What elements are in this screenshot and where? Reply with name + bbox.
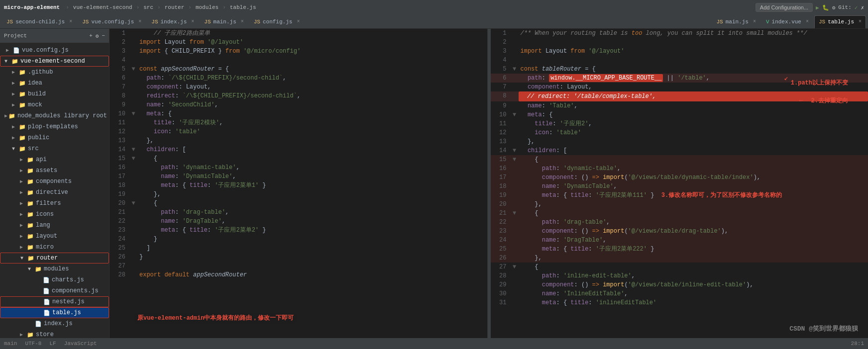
sidebar-item-store[interactable]: ▶ 📁 store xyxy=(0,329,109,338)
folder-icon: 📁 xyxy=(19,146,26,152)
tab-close-table-js[interactable]: × xyxy=(859,19,862,24)
arrow-icon: ▶ xyxy=(20,233,26,239)
folder-icon: 📁 xyxy=(27,189,34,196)
tab-close-config-js[interactable]: × xyxy=(297,19,300,24)
main-area: Project + ⚙ − ▶ 📄 vue.config.js ▼ 📁 vue-… xyxy=(0,29,868,338)
tab-label-table-js: table.js xyxy=(828,19,854,25)
code-line: 20 ▼ { xyxy=(109,199,487,208)
sidebar-item-nested-js[interactable]: 📄 nested.js xyxy=(0,296,109,307)
sidebar-item-idea[interactable]: ▶ 📁 idea xyxy=(0,78,109,88)
breadcrumb-sep-1: › xyxy=(66,4,69,10)
arrow-icon: ▶ xyxy=(20,200,26,206)
sidebar-label: idea xyxy=(28,80,42,87)
sidebar-label: modules xyxy=(44,265,69,272)
sidebar-item-build[interactable]: ▶ 📁 build xyxy=(0,88,109,99)
sidebar-item-directive[interactable]: ▶ 📁 directive xyxy=(0,187,109,198)
code-line: 20 }, xyxy=(491,200,868,209)
code-line: 24 name: 'DragTable', xyxy=(491,236,868,245)
sidebar-item-modules[interactable]: ▼ 📁 modules xyxy=(0,263,109,274)
folder-icon: 📁 xyxy=(27,244,34,251)
sidebar-item-components-js[interactable]: 📄 components.js xyxy=(0,285,109,296)
code-line: 21 ▼ { xyxy=(491,209,868,218)
code-line: 24 } xyxy=(109,235,487,244)
status-line: LF xyxy=(49,341,56,347)
sidebar-item-micro[interactable]: ▶ 📁 micro xyxy=(0,242,109,253)
sidebar-label-router: router xyxy=(36,255,58,262)
sidebar-item-vue-element-second[interactable]: ▼ 📁 vue-element-second xyxy=(0,56,109,67)
right-code-body[interactable]: 1 /** When your routing table is too lon… xyxy=(491,29,868,338)
arrow-icon: ▶ xyxy=(12,69,18,75)
sidebar-item-charts-js[interactable]: 📄 charts.js xyxy=(0,274,109,285)
tab-close-main-js-r[interactable]: × xyxy=(753,19,756,24)
sidebar-item-filters[interactable]: ▶ 📁 filters xyxy=(0,198,109,209)
sidebar-item-components[interactable]: ▶ 📁 components xyxy=(0,176,109,187)
sidebar-item-index-js-router[interactable]: 📄 index.js xyxy=(0,318,109,329)
sidebar-item-vue-config-top[interactable]: ▶ 📄 vue.config.js xyxy=(0,45,109,56)
code-line: 15 ▼ { xyxy=(109,154,487,163)
arrow-expanded-icon: ▼ xyxy=(28,266,34,272)
tab-close-vue-config[interactable]: × xyxy=(138,19,141,24)
tab-main-js-right[interactable]: JS main.js × xyxy=(712,15,760,28)
settings-icon[interactable]: ⚙ xyxy=(96,33,99,39)
code-line: 18 name: 'DynamicTable', xyxy=(491,182,868,191)
arrow-icon: ▶ xyxy=(20,211,26,217)
tab-index-js[interactable]: JS index.js × xyxy=(147,15,199,28)
sidebar: Project + ⚙ − ▶ 📄 vue.config.js ▼ 📁 vue-… xyxy=(0,29,109,338)
code-line: 12 icon: 'table' xyxy=(491,128,868,137)
minus-icon[interactable]: − xyxy=(102,33,105,39)
code-line: 15 ▼ { xyxy=(491,155,868,164)
sidebar-item-public[interactable]: ▶ 📁 public xyxy=(0,132,109,143)
sidebar-item-assets[interactable]: ▶ 📁 assets xyxy=(0,165,109,176)
tab-close-index-js[interactable]: × xyxy=(191,19,194,24)
add-icon[interactable]: + xyxy=(89,33,93,39)
code-line: 16 path: 'dynamic-table', xyxy=(109,163,487,172)
left-code-body[interactable]: 1 // 子应用2路由菜单 2 import Layout from '@/la… xyxy=(109,29,487,338)
sidebar-label: directive xyxy=(36,189,68,196)
tab-main-js[interactable]: JS main.js × xyxy=(200,15,248,28)
file-js-icon: 📄 xyxy=(43,277,50,283)
sidebar-item-icons[interactable]: ▶ 📁 icons xyxy=(0,209,109,220)
sidebar-label: components xyxy=(36,178,72,185)
folder-icon: 📁 xyxy=(19,124,26,130)
sidebar-item-lang[interactable]: ▶ 📁 lang xyxy=(0,220,109,231)
tab-second-child[interactable]: JS second-child.js × xyxy=(2,15,77,28)
tab-table-js[interactable]: JS table.js × xyxy=(814,15,866,28)
sidebar-item-node-modules[interactable]: ▶ 📁 node_modules library root xyxy=(0,110,109,121)
sidebar-label: build xyxy=(28,90,46,97)
tab-index-vue[interactable]: V index.vue × xyxy=(761,15,813,28)
tab-label-vue-config: vue.config.js xyxy=(91,19,134,25)
folder-icon: 📁 xyxy=(11,58,18,65)
folder-icon: 📁 xyxy=(27,168,34,174)
tab-close-second-child[interactable]: × xyxy=(69,19,72,24)
right-panel-wrapper: 1 /** When your routing table is too lon… xyxy=(491,29,868,338)
tabbar: JS second-child.js × JS vue.config.js × … xyxy=(0,15,868,29)
tab-config-js[interactable]: JS config.js × xyxy=(249,15,305,28)
tab-vue-config[interactable]: JS vue.config.js × xyxy=(78,15,146,28)
sidebar-item-api[interactable]: ▶ 📁 api xyxy=(0,154,109,165)
bottom-bar: main UTF-8 LF JavaScript 28:1 xyxy=(0,338,868,349)
sidebar-item-plop[interactable]: ▶ 📁 plop-templates xyxy=(0,121,109,132)
build-icon: ⚙ xyxy=(832,4,836,11)
tab-close-index-vue[interactable]: × xyxy=(806,19,809,24)
code-line: 26 }, xyxy=(491,254,868,262)
file-js-icon: 📄 xyxy=(43,299,50,305)
breadcrumb-sep-3: › xyxy=(157,4,161,10)
project-label: Project xyxy=(4,33,27,39)
breadcrumb-modules: modules xyxy=(196,4,218,10)
add-config-button[interactable]: Add Configuration... xyxy=(756,3,813,12)
sidebar-label-nested: nested.js xyxy=(52,298,85,305)
tab-label-main-js-r: main.js xyxy=(726,19,749,25)
folder-icon: 📁 xyxy=(19,91,26,97)
sidebar-item-table-js[interactable]: 📄 table.js xyxy=(0,307,109,318)
sidebar-item-src[interactable]: ▼ 📁 src xyxy=(0,143,109,154)
git-x-icon: ✗ xyxy=(861,4,864,11)
code-line: 1 /** When your routing table is too lon… xyxy=(491,29,868,38)
sidebar-item-layout[interactable]: ▶ 📁 layout xyxy=(0,231,109,242)
arrow-icon: ▶ xyxy=(20,168,26,174)
tab-close-main-js[interactable]: × xyxy=(241,19,244,24)
code-line: 23 component: () => import('@/views/tabl… xyxy=(491,227,868,236)
arrow-expanded-icon: ▼ xyxy=(20,256,26,261)
sidebar-item-github[interactable]: ▶ 📁 .github xyxy=(0,67,109,78)
sidebar-item-mock[interactable]: ▶ 📁 mock xyxy=(0,99,109,110)
sidebar-item-router[interactable]: ▼ 📁 router xyxy=(0,253,109,263)
